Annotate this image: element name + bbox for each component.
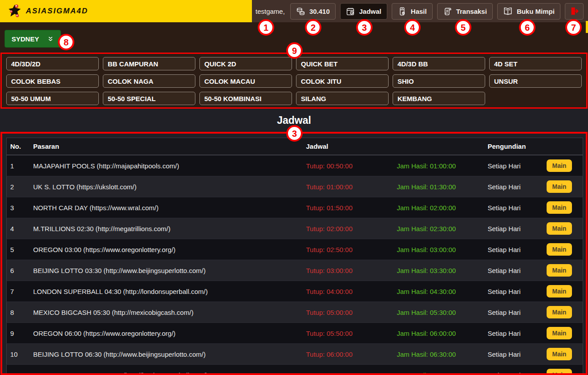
row-tutup: Tutup: 07:00:00 [303,365,393,375]
col-header-empty [393,138,484,155]
username-label: testgame, [255,8,285,15]
row-no: 6 [7,260,30,281]
main-button[interactable]: Main [547,348,572,360]
row-pasaran: M.TRILLIONS 02:30 (http://megatrillions.… [30,218,303,239]
bet-type-button[interactable]: COLOK MACAU [199,74,292,88]
row-jam-hasil: Jam Hasil: 06:00:00 [393,323,484,344]
logout-icon [569,6,579,16]
bet-type-button[interactable]: KEMBANG [393,92,485,105]
main-button[interactable]: Main [547,306,572,318]
scroll-icon [443,7,452,16]
row-jam-hasil: Jam Hasil: 02:00:00 [393,197,484,218]
scrollbar-thumb[interactable] [586,21,588,33]
bet-type-button[interactable]: 50-50 KOMBINASI [199,92,292,105]
row-jam-hasil: Jam Hasil: 07:30:00 [393,365,484,375]
row-pasaran: LONDON SUPERBALL 07:30 (http://londonsup… [30,365,303,375]
table-row: 10 BEIJING LOTTO 06:30 (http://www.beiji… [7,344,583,365]
bet-type-button[interactable]: SHIO [393,74,485,88]
nav-bar: testgame, 30.410 Jadwal [252,0,588,22]
bet-type-button[interactable]: COLOK BEBAS [6,74,99,88]
row-pengundian: Setiap Hari [484,239,543,260]
row-pengundian: Setiap Hari [484,365,543,375]
annotation-circle-2: 2 [305,19,321,36]
col-header-no: No. [7,138,30,155]
market-selector-label: SYDNEY [12,35,39,43]
bet-type-button[interactable]: QUICK BET [296,57,389,70]
bet-type-button[interactable]: 50-50 SPECIAL [103,92,195,105]
row-pengundian: Setiap Hari [484,197,543,218]
balance-value: 30.410 [309,8,330,15]
row-pengundian: Setiap Hari [484,344,543,365]
row-no: 1 [7,155,30,176]
annotation-circle-1: 1 [258,19,274,36]
row-no: 3 [7,197,30,218]
brand-logo-icon [7,4,22,19]
market-selector-button[interactable]: SYDNEY [4,30,61,48]
main-button[interactable]: Main [547,285,572,298]
row-tutup: Tutup: 01:50:00 [303,197,393,218]
bet-type-button[interactable]: SILANG [296,92,389,105]
main-button[interactable]: Main [547,180,572,193]
row-tutup: Tutup: 03:00:00 [303,260,393,281]
row-no: 4 [7,218,30,239]
coins-icon [296,7,305,16]
bet-type-button[interactable]: 4D/3D BB [393,57,485,70]
table-row: 4 M.TRILLIONS 02:30 (http://megatrillion… [7,218,583,239]
annotation-circle-5: 5 [455,19,471,36]
nav-jadwal-button[interactable]: Jadwal [340,3,387,20]
nav-buku-mimpi-label: Buku Mimpi [517,8,555,15]
row-no: 8 [7,302,30,323]
bet-type-button[interactable]: UNSUR [489,74,582,88]
table-row: 9 OREGON 06:00 (https://www.oregonlotter… [7,323,583,344]
row-no: 2 [7,176,30,197]
main-button[interactable]: Main [547,327,572,339]
main-button[interactable]: Main [547,243,572,256]
bet-type-button[interactable]: COLOK NAGA [103,74,195,88]
row-jam-hasil: Jam Hasil: 06:30:00 [393,344,484,365]
nav-transaksi-label: Transaksi [456,8,487,15]
bet-type-button[interactable]: 4D/3D/2D [6,57,99,70]
nav-transaksi-button[interactable]: Transaksi [437,3,493,20]
row-pengundian: Setiap Hari [484,302,543,323]
row-pengundian: Setiap Hari [484,281,543,302]
balance-button[interactable]: 30.410 [290,3,336,20]
calendar-icon [346,7,355,16]
phone-icon [397,7,407,16]
nav-buku-mimpi-button[interactable]: Buku Mimpi [497,3,560,20]
row-pengundian: Setiap Hari [484,176,543,197]
row-tutup: Tutup: 06:00:00 [303,344,393,365]
col-header-pengundian: Pengundian [484,138,543,155]
logout-button[interactable] [565,3,584,20]
row-pasaran: MEXICO BIGCASH 05:30 (http://mexicobigca… [30,302,303,323]
main-button[interactable]: Main [547,222,572,235]
row-no: 11 [7,365,30,375]
table-row: 11 LONDON SUPERBALL 07:30 (http://london… [7,365,583,375]
bet-type-button[interactable]: 4D SET [489,57,582,70]
annotation-circle-4: 4 [404,19,421,36]
table-row: 5 OREGON 03:00 (https://www.oregonlotter… [7,239,583,260]
main-button[interactable]: Main [547,201,572,214]
annotation-circle-3-table: 3 [286,125,303,142]
row-pasaran: LONDON SUPERBALL 04:30 (http://londonsup… [30,281,303,302]
annotation-circle-6: 6 [519,19,535,36]
main-button[interactable]: Main [547,264,572,277]
row-jam-hasil: Jam Hasil: 03:00:00 [393,239,484,260]
row-pasaran: BEIJING LOTTO 06:30 (http://www.beijings… [30,344,303,365]
schedule-table-wrap: No. Pasaran Jadwal Pengundian 1 MAJAPAHI… [0,132,588,375]
annotation-circle-3: 3 [356,19,373,36]
bet-type-button[interactable]: 50-50 UMUM [6,92,99,105]
row-tutup: Tutup: 02:50:00 [303,239,393,260]
chevron-double-down-icon [47,36,54,42]
nav-hasil-button[interactable]: Hasil [392,3,433,20]
main-button[interactable]: Main [547,159,572,172]
main-button[interactable]: Main [547,369,572,375]
bet-type-button[interactable]: BB CAMPURAN [103,57,195,70]
bet-type-button[interactable]: COLOK JITU [296,74,389,88]
schedule-section: Jadwal No. Pasaran Jadwal Pengundian 1 [0,109,588,375]
row-jam-hasil: Jam Hasil: 03:30:00 [393,260,484,281]
row-pengundian: Setiap Hari [484,155,543,176]
row-jam-hasil: Jam Hasil: 01:00:00 [393,155,484,176]
col-header-pasaran: Pasaran [30,138,303,155]
bet-type-button[interactable]: QUICK 2D [199,57,292,70]
row-jam-hasil: Jam Hasil: 02:30:00 [393,218,484,239]
